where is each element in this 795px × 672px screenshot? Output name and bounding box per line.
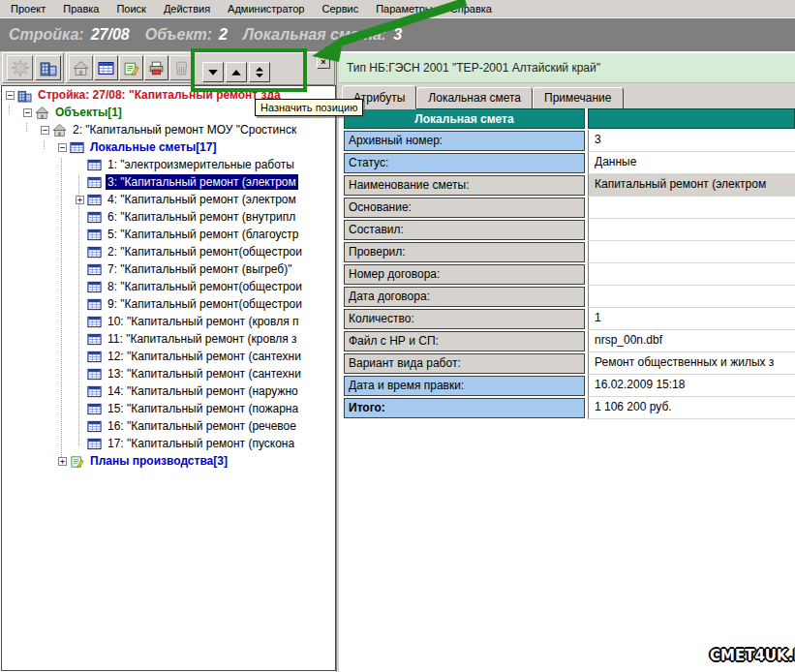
tree-node-icon: [35, 106, 50, 120]
tree-node-icon: [87, 332, 103, 347]
tree-node-icon: [87, 367, 103, 382]
tab-local-estimate[interactable]: Локальная смета: [416, 87, 533, 109]
attribute-value[interactable]: Ремонт общественных и жилых з: [588, 352, 795, 375]
close-position-toolbar-button[interactable]: ×: [317, 56, 330, 69]
menu-item-справка[interactable]: Справка: [442, 1, 501, 16]
tree-node[interactable]: +Планы производства[3]: [2, 452, 335, 470]
menu-item-правка[interactable]: Правка: [54, 1, 107, 16]
attribute-value[interactable]: [588, 286, 795, 308]
expand-icon[interactable]: +: [76, 196, 84, 204]
attribute-value[interactable]: 3: [588, 130, 795, 152]
attribute-value[interactable]: [588, 197, 795, 219]
tree-node[interactable]: 14: "Капитальный ремонт (наружно: [2, 382, 335, 400]
tree-node[interactable]: 1: "электроизмерительные работы: [2, 156, 335, 173]
tree-node[interactable]: 16: "Капитальный ремонт (речевое: [2, 417, 335, 435]
collapse-icon[interactable]: −: [41, 126, 49, 135]
tree-node-icon: [87, 193, 103, 207]
caption-value-0: 27/08: [91, 26, 130, 44]
attribute-value[interactable]: [588, 241, 795, 263]
collapse-icon[interactable]: −: [6, 91, 15, 100]
tab-note[interactable]: Примечание: [533, 87, 623, 109]
normative-base-header: Тип НБ:ГЭСН 2001 "ТЕР-2001 Алтайский кра…: [339, 53, 795, 83]
move-down-button[interactable]: [202, 62, 224, 82]
attribute-value[interactable]: Данные: [588, 152, 795, 174]
tree-node-label: 12: "Капитальный ремонт (сантехни: [106, 349, 303, 364]
tree-node[interactable]: 9: "Капитальный ремонт(общестрои: [2, 295, 335, 313]
tree-node[interactable]: 11: "Капитальный ремонт (кровля з: [2, 330, 335, 348]
attribute-label: Итого:: [344, 398, 585, 418]
tree-node[interactable]: −Локальные сметы[17]: [2, 138, 335, 156]
tree-node[interactable]: 5: "Капитальный ремонт (благоустр: [2, 226, 335, 243]
print-button[interactable]: [144, 55, 168, 80]
table-icon: [87, 350, 102, 364]
stroyka-button[interactable]: [35, 55, 61, 80]
menu-item-поиск[interactable]: Поиск: [107, 1, 154, 16]
tab-strip: АтрибутыЛокальная сметаПримечание: [339, 83, 795, 108]
tree-node-icon: [70, 454, 85, 469]
sort-positions-button[interactable]: [249, 62, 270, 82]
collapse-icon[interactable]: −: [23, 108, 32, 117]
menu-bar: ПроектПравкаПоискДействияАдминистраторСе…: [0, 0, 795, 18]
table-icon: [87, 245, 102, 260]
menu-item-действия[interactable]: Действия: [155, 1, 219, 16]
tree-node[interactable]: 2: "Капитальный ремонт(общестрои: [2, 243, 335, 260]
tree-node-icon: [87, 175, 103, 190]
tree-node-label: 2: "Капитальный ремонт МОУ "Сростинск: [71, 122, 298, 137]
table-icon: [87, 210, 102, 225]
menu-item-параметры[interactable]: Параметры: [367, 1, 442, 16]
tree-node[interactable]: 10: "Капитальный ремонт (кровля п: [2, 313, 335, 330]
arrow-down-icon: [206, 66, 220, 79]
caption-value-1: 2: [219, 26, 228, 44]
tree-node[interactable]: 13: "Капитальный ремонт (сантехни: [2, 365, 335, 382]
printer-icon: [148, 60, 165, 76]
tree-node-label: 10: "Капитальный ремонт (кровля п: [106, 314, 300, 329]
tree-node[interactable]: 15: "Капитальный ремонт (пожарна: [2, 400, 335, 417]
attribute-value[interactable]: nrsp_00n.dbf: [588, 330, 795, 352]
delete-button[interactable]: [169, 55, 194, 80]
tree-node[interactable]: 17: "Капитальный ремонт (пускона: [2, 435, 335, 452]
tree-node[interactable]: 12: "Капитальный ремонт (сантехни: [2, 348, 335, 365]
tree-node-label: 14: "Капитальный ремонт (наружно: [106, 383, 300, 399]
attribute-label: Основание:: [344, 198, 585, 218]
new-project-button[interactable]: [7, 55, 33, 80]
attribute-label: Составил:: [344, 220, 585, 240]
object-button[interactable]: [69, 55, 93, 80]
attribute-value[interactable]: 16.02.2009 15:18: [588, 375, 795, 397]
tree-node-label: 16: "Капитальный ремонт (речевое: [106, 418, 298, 434]
table-icon: [87, 158, 102, 172]
caption-label-2: Локальная смета:: [243, 26, 386, 44]
collapse-icon[interactable]: −: [58, 143, 67, 152]
attribute-label: Дата договора:: [344, 287, 585, 307]
attribute-value[interactable]: 1: [588, 308, 795, 330]
tree-node[interactable]: −2: "Капитальный ремонт МОУ "Сростинск: [2, 121, 335, 138]
tree-node-label: 5: "Капитальный ремонт (благоустр: [106, 227, 300, 242]
trash-icon: [173, 60, 190, 76]
edit-note-button[interactable]: [119, 55, 143, 80]
toolbar-group-object: [66, 52, 195, 83]
tree-node[interactable]: 3: "Капитальный ремонт (электром: [2, 173, 335, 191]
attribute-value[interactable]: Капитальный ремонт (электром: [588, 174, 795, 197]
floating-position-toolbar: ×: [194, 52, 335, 85]
tree-node[interactable]: 7: "Капитальный ремонт (выгреб)": [2, 260, 335, 278]
tree-node[interactable]: 6: "Капитальный ремонт (внутрипл: [2, 208, 335, 226]
tree-node-icon: [87, 228, 103, 242]
toolbar-group-project: [2, 52, 64, 83]
menu-item-проект[interactable]: Проект: [2, 1, 54, 16]
window-title-bar: Стройка:27/08Объект:2Локальная смета:3: [0, 18, 795, 51]
arrow-updown-icon: [253, 66, 266, 79]
watermark: CMET4UK.RU: [710, 647, 795, 664]
buildings-icon: [40, 59, 57, 76]
attribute-value[interactable]: [588, 263, 795, 286]
move-up-button[interactable]: [226, 62, 247, 82]
table-icon: [87, 280, 102, 294]
menu-item-сервис[interactable]: Сервис: [313, 1, 367, 16]
tree-node[interactable]: 8: "Капитальный ремонт(общестрои: [2, 278, 335, 295]
tree-node-label: 1: "электроизмерительные работы: [106, 157, 296, 172]
tree-node[interactable]: +4: "Капитальный ремонт (электром: [2, 191, 335, 208]
menu-item-администратор[interactable]: Администратор: [219, 1, 313, 16]
table-icon: [70, 140, 84, 155]
attribute-value[interactable]: 1 106 200 руб.: [588, 397, 795, 419]
smeta-button[interactable]: [94, 55, 118, 80]
expand-icon[interactable]: +: [58, 457, 67, 466]
attribute-value[interactable]: [588, 219, 795, 241]
